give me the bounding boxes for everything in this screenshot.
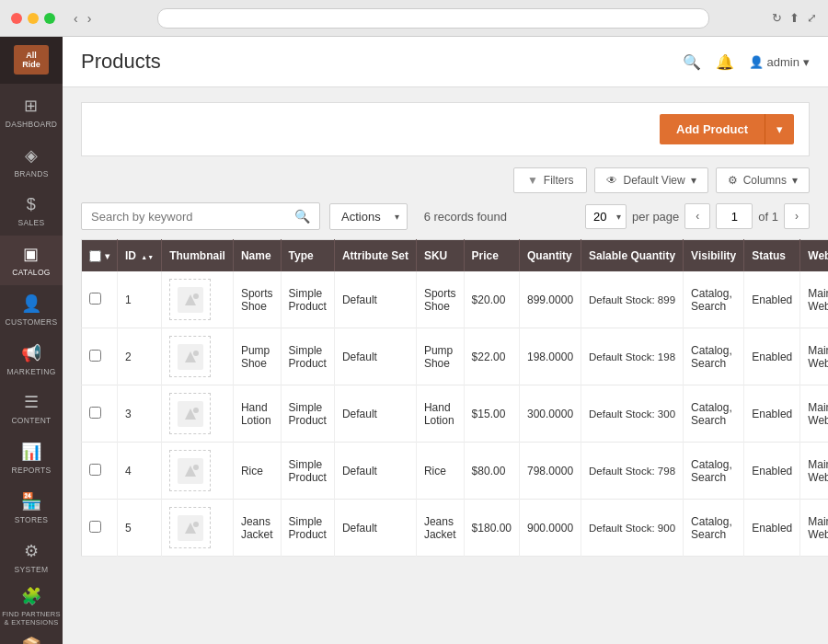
- row-type-4: Simple Product: [281, 500, 334, 557]
- maximize-button[interactable]: [44, 13, 55, 24]
- thumbnail-image-2: [169, 393, 211, 434]
- search-input[interactable]: [91, 210, 294, 224]
- admin-label-text: admin: [767, 55, 799, 69]
- per-page-label: per page: [632, 210, 679, 224]
- id-sort-icon[interactable]: ▲▼: [141, 254, 154, 260]
- row-salable-quantity-4: Default Stock: 900: [581, 500, 684, 557]
- logo-box: AllRide: [14, 45, 49, 75]
- minimize-button[interactable]: [28, 13, 39, 24]
- fullscreen-button[interactable]: ⤢: [807, 11, 817, 25]
- content-area: Add Product ▾ ▼ Filters 👁 Default View ▾: [63, 87, 828, 644]
- sidebar-item-content[interactable]: ☰ Content: [0, 384, 63, 433]
- search-icon[interactable]: 🔍: [683, 53, 701, 71]
- thumbnail-image-4: [169, 507, 211, 548]
- row-name-4: Jeans Jacket: [233, 500, 281, 557]
- row-quantity-4: 900.0000: [520, 500, 581, 557]
- search-actions-row: 🔍 Actions 6 records found 20 30 50: [81, 202, 810, 230]
- svg-point-5: [193, 408, 199, 413]
- default-view-button[interactable]: 👁 Default View ▾: [594, 167, 707, 193]
- close-button[interactable]: [11, 13, 22, 24]
- address-bar[interactable]: [157, 8, 709, 29]
- nav-buttons: ‹ ›: [70, 9, 95, 28]
- row-price-3: $80.00: [464, 443, 519, 500]
- row-checkbox-cell: [82, 443, 118, 500]
- columns-dropdown-icon: ▾: [792, 174, 798, 187]
- row-attribute-set-3: Default: [334, 443, 416, 500]
- row-type-2: Simple Product: [281, 385, 334, 443]
- row-thumbnail-1: [162, 328, 234, 385]
- select-all-dropdown-icon[interactable]: ▾: [105, 251, 109, 261]
- refresh-button[interactable]: ↻: [772, 11, 782, 25]
- row-visibility-2: Catalog, Search: [684, 385, 744, 443]
- row-attribute-set-1: Default: [334, 328, 416, 385]
- back-button[interactable]: ‹: [70, 9, 82, 28]
- search-submit-icon[interactable]: 🔍: [294, 209, 310, 224]
- forward-button[interactable]: ›: [84, 9, 96, 28]
- catalog-icon: ▣: [23, 244, 39, 264]
- sidebar-item-reports[interactable]: 📊 Reports: [0, 433, 63, 483]
- th-type: Type: [281, 240, 334, 272]
- sidebar-label-content: Content: [11, 416, 51, 425]
- sidebar-item-customers[interactable]: 👤 Customers: [0, 285, 63, 335]
- row-type-0: Simple Product: [281, 271, 334, 328]
- row-status-1: Enabled: [744, 328, 800, 385]
- sidebar-item-system[interactable]: ⚙ System: [0, 533, 63, 582]
- th-quantity: Quantity: [520, 240, 581, 272]
- sidebar-item-dashboard[interactable]: ⊞ Dashboard: [0, 87, 63, 137]
- notification-icon[interactable]: 🔔: [716, 53, 734, 71]
- row-salable-quantity-0: Default Stock: 899: [581, 271, 684, 328]
- row-websites-4: Main Website: [800, 500, 828, 557]
- row-thumbnail-0: [162, 271, 234, 328]
- row-id-1: 2: [118, 328, 162, 385]
- per-page-select[interactable]: 20 30 50: [585, 204, 627, 229]
- row-checkbox-2[interactable]: [89, 407, 101, 419]
- filters-button[interactable]: ▼ Filters: [513, 167, 588, 193]
- sidebar-item-brands[interactable]: ◈ Brands: [0, 137, 63, 187]
- eye-icon: 👁: [606, 174, 617, 187]
- dashboard-icon: ⊞: [24, 96, 38, 116]
- page-number-input[interactable]: [716, 203, 753, 229]
- share-button[interactable]: ⬆: [789, 11, 799, 25]
- row-salable-quantity-1: Default Stock: 198: [581, 328, 684, 385]
- row-checkbox-1[interactable]: [89, 350, 101, 362]
- sidebar-item-catalog[interactable]: ▣ Catalog: [0, 236, 63, 285]
- sidebar-item-sales[interactable]: $ Sales: [0, 186, 63, 236]
- columns-button[interactable]: ⚙ Columns ▾: [716, 167, 810, 193]
- sidebar-label-dashboard: Dashboard: [6, 120, 58, 129]
- row-name-2: Hand Lotion: [233, 385, 281, 443]
- row-thumbnail-4: [162, 500, 234, 557]
- row-price-1: $22.00: [464, 328, 519, 385]
- sidebar-item-stores[interactable]: 🏪 Stores: [0, 483, 63, 533]
- deliveryzip-icon: 📦: [21, 636, 41, 644]
- row-type-3: Simple Product: [281, 443, 334, 500]
- page-title: Products: [81, 50, 161, 74]
- topbar: Products 🔍 🔔 👤 admin ▾: [63, 37, 828, 87]
- pagination-controls: 20 30 50 per page ‹ of 1 ›: [585, 203, 810, 229]
- select-all-checkbox[interactable]: [89, 250, 101, 262]
- table-header-row: ▾ ID ▲▼ Thumbnail Name Type Attribute Se…: [82, 240, 829, 272]
- add-product-button[interactable]: Add Product: [660, 114, 765, 144]
- table-row: 1 Sports Shoe Simple Product Default Spo…: [82, 271, 829, 328]
- row-price-4: $180.00: [464, 500, 519, 557]
- row-attribute-set-2: Default: [334, 385, 416, 443]
- admin-menu[interactable]: 👤 admin ▾: [749, 55, 810, 69]
- sidebar: AllRide ⊞ Dashboard ◈ Brands $ Sales ▣ C…: [0, 37, 63, 644]
- table-row: 5 Jeans Jacket Simple Product Default Je…: [82, 500, 829, 557]
- row-checkbox-3[interactable]: [89, 464, 101, 476]
- row-checkbox-0[interactable]: [89, 293, 101, 305]
- row-checkbox-4[interactable]: [89, 521, 101, 533]
- sidebar-item-deliveryzip[interactable]: 📦 DeliveryZip Co.: [0, 631, 63, 644]
- th-checkbox: ▾: [82, 240, 118, 272]
- sidebar-item-marketing[interactable]: 📢 Marketing: [0, 335, 63, 385]
- page-total: of 1: [758, 210, 778, 224]
- row-quantity-1: 198.0000: [520, 328, 581, 385]
- prev-page-button[interactable]: ‹: [684, 203, 710, 229]
- add-product-dropdown-button[interactable]: ▾: [765, 114, 794, 144]
- row-thumbnail-2: [162, 385, 234, 443]
- sidebar-label-reports: Reports: [11, 466, 51, 475]
- actions-button[interactable]: Actions: [329, 203, 408, 230]
- sidebar-item-find-partners[interactable]: 🧩 Find Partners & Extensions: [0, 581, 63, 631]
- find-partners-icon: 🧩: [21, 586, 41, 606]
- row-salable-quantity-3: Default Stock: 798: [581, 443, 684, 500]
- next-page-button[interactable]: ›: [784, 203, 810, 229]
